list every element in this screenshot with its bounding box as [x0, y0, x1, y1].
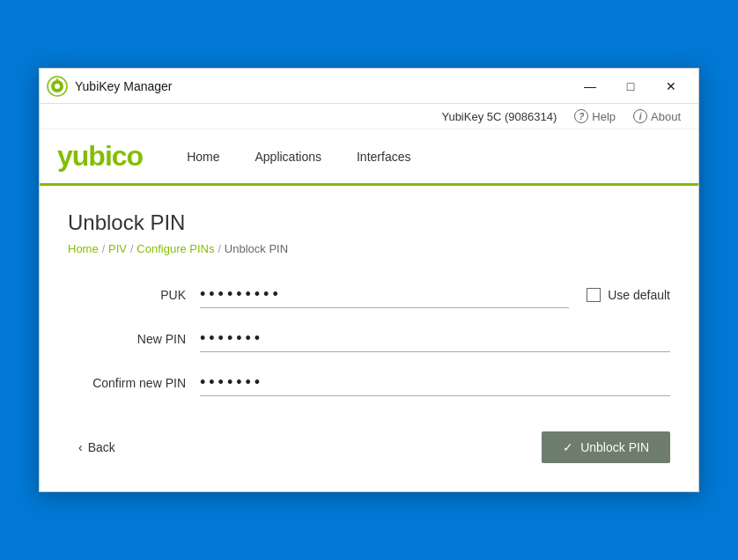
form-actions: ‹ Back ✓ Unblock PIN — [68, 431, 670, 463]
use-default-area: Use default — [587, 288, 670, 302]
close-button[interactable]: ✕ — [651, 73, 691, 99]
titlebar-controls: — □ ✕ — [570, 73, 691, 99]
maximize-button[interactable]: □ — [610, 73, 651, 99]
app-title: YubiKey Manager — [75, 79, 173, 93]
confirm-pin-row: Confirm new PIN — [68, 370, 670, 396]
breadcrumb-sep-1: / — [102, 243, 105, 255]
unblock-pin-button[interactable]: ✓ Unblock PIN — [542, 431, 670, 463]
new-pin-input-wrap — [200, 326, 670, 352]
confirm-pin-label: Confirm new PIN — [68, 376, 200, 390]
puk-input-wrap — [200, 282, 569, 308]
about-icon: i — [633, 109, 647, 123]
breadcrumb-home[interactable]: Home — [68, 242, 99, 255]
confirm-pin-input[interactable] — [200, 370, 670, 396]
puk-input[interactable] — [200, 282, 569, 308]
breadcrumb: Home / PIV / Configure PINs / Unblock PI… — [68, 242, 670, 255]
device-label: YubiKey 5C (9086314) — [441, 110, 557, 123]
breadcrumb-current: Unblock PIN — [225, 242, 288, 255]
logo-text: yubico — [57, 140, 143, 172]
infobar: YubiKey 5C (9086314) ? Help i About — [40, 104, 698, 129]
minimize-button[interactable]: — — [570, 73, 610, 99]
navbar: yubico Home Applications Interfaces — [40, 129, 698, 186]
use-default-label: Use default — [608, 288, 670, 302]
breadcrumb-piv[interactable]: PIV — [108, 242, 127, 255]
checkmark-icon: ✓ — [563, 440, 573, 454]
puk-row: PUK Use default — [68, 282, 670, 308]
new-pin-label: New PIN — [68, 332, 200, 346]
unblock-pin-label: Unblock PIN — [580, 440, 649, 454]
nav-applications[interactable]: Applications — [237, 134, 339, 180]
svg-point-2 — [55, 84, 60, 89]
page-title: Unblock PIN — [68, 210, 670, 235]
back-button[interactable]: ‹ Back — [68, 433, 126, 461]
titlebar-left: YubiKey Manager — [47, 76, 173, 97]
confirm-pin-input-wrap — [200, 370, 670, 396]
breadcrumb-sep-3: / — [218, 243, 221, 255]
about-label: About — [651, 110, 681, 123]
help-icon: ? — [574, 109, 588, 123]
nav-interfaces[interactable]: Interfaces — [339, 134, 428, 180]
nav-home[interactable]: Home — [169, 134, 237, 180]
logo: yubico — [57, 129, 143, 183]
help-link[interactable]: ? Help — [574, 109, 616, 123]
new-pin-input[interactable] — [200, 326, 670, 352]
titlebar: YubiKey Manager — □ ✕ — [40, 69, 698, 104]
about-link[interactable]: i About — [633, 109, 681, 123]
puk-label: PUK — [68, 288, 200, 302]
use-default-checkbox[interactable] — [587, 288, 601, 302]
main-window: YubiKey Manager — □ ✕ YubiKey 5C (908631… — [39, 68, 699, 492]
breadcrumb-sep-2: / — [130, 243, 133, 255]
new-pin-row: New PIN — [68, 326, 670, 352]
back-label: Back — [88, 440, 115, 454]
help-label: Help — [592, 110, 616, 123]
svg-rect-3 — [56, 78, 58, 82]
back-chevron-icon: ‹ — [78, 440, 83, 454]
content-area: Unblock PIN Home / PIV / Configure PINs … — [40, 186, 698, 491]
app-icon — [47, 76, 68, 97]
breadcrumb-configure-pins[interactable]: Configure PINs — [137, 242, 214, 255]
